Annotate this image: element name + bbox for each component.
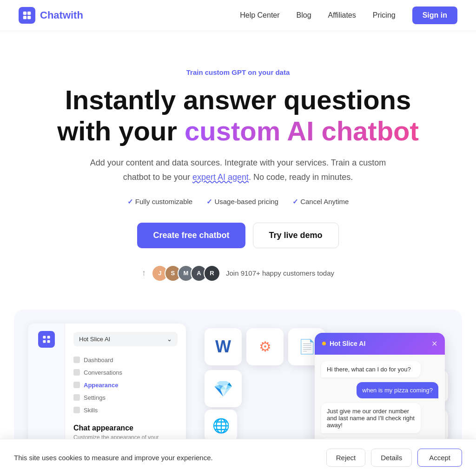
svg-rect-0 [23, 12, 26, 15]
cookie-banner: This site uses cookies to measure and im… [0, 439, 476, 476]
hero-section: Train custom GPT on your data Instantly … [0, 31, 476, 310]
dashboard-icon [73, 357, 80, 363]
brand-name: Chatwith [40, 9, 83, 21]
cookie-buttons: Reject Details Accept [326, 449, 462, 467]
settings-icon [73, 394, 80, 401]
form-section-title: Chat appearance [73, 424, 178, 432]
word-integration: W [205, 328, 242, 365]
svg-rect-5 [47, 336, 50, 338]
gemstone-icon: 💎 [213, 379, 233, 398]
nav-skills[interactable]: Skills [73, 404, 178, 416]
social-proof: ↑ J S M A R Join 9107+ happy customers t… [47, 265, 429, 282]
logo[interactable]: Chatwith [19, 7, 83, 24]
feature-pricing: Usage-based pricing [206, 198, 278, 206]
svg-rect-6 [43, 340, 46, 343]
hubspot-icon: ⚙ [259, 338, 271, 355]
chat-msg-1: Hi there, what can I do for you? [321, 361, 421, 377]
nav-links: Help Center Blog Affiliates Pricing Sign… [240, 7, 457, 24]
svg-rect-2 [23, 16, 26, 19]
nav-blog[interactable]: Blog [297, 11, 311, 20]
chatbot-name-display: Hot Slice AI [79, 336, 110, 343]
word-icon: W [215, 337, 231, 357]
avatars: J S M A R [152, 265, 220, 282]
nav-conversations[interactable]: Conversations [73, 366, 178, 379]
appearance-icon [73, 382, 80, 388]
hero-title: Instantly answer questions with your cus… [47, 85, 429, 146]
nav-dashboard[interactable]: Dashboard [73, 354, 178, 366]
cookie-details-button[interactable]: Details [371, 449, 412, 467]
nav-pricing[interactable]: Pricing [373, 11, 396, 20]
features-row: Fully customizable Usage-based pricing C… [47, 198, 429, 206]
chat-status-dot [322, 342, 326, 345]
svg-rect-7 [47, 340, 50, 343]
hero-title-line1: Instantly answer questions [65, 85, 411, 115]
pdf-icon: 📄 [298, 338, 316, 355]
skills-icon [73, 407, 80, 413]
conversations-icon [73, 369, 80, 376]
arrow-icon: ↑ [142, 268, 146, 278]
www-integration: 🌐 [205, 410, 237, 442]
expert-ai-link[interactable]: expert AI agent [192, 172, 249, 182]
globe-icon: 🌐 [212, 417, 230, 434]
cookie-text: This site uses cookies to measure and im… [14, 454, 213, 462]
svg-rect-4 [43, 336, 46, 338]
chat-close-icon[interactable]: ✕ [431, 339, 437, 348]
cookie-reject-button[interactable]: Reject [326, 449, 366, 467]
chat-header: Hot Slice AI ✕ [315, 333, 445, 355]
chat-title: Hot Slice AI [322, 340, 365, 347]
social-proof-text: Join 9107+ happy customers today [226, 269, 334, 277]
hubspot-integration: ⚙ [246, 328, 284, 365]
feature-cancel: Cancel Anytime [292, 198, 349, 206]
create-chatbot-button[interactable]: Create free chatbot [137, 223, 245, 248]
svg-rect-3 [27, 16, 31, 19]
avatar-5: R [204, 265, 220, 282]
signin-button[interactable]: Sign in [412, 7, 457, 24]
gem-integration: 💎 [205, 370, 242, 407]
feature-customizable: Fully customizable [127, 198, 193, 206]
selector-chevron: ⌄ [167, 336, 172, 343]
nav-settings[interactable]: Settings [73, 391, 178, 404]
chat-msg-2: when is my pizza coming? [357, 382, 438, 398]
navbar: Chatwith Help Center Blog Affiliates Pri… [0, 0, 476, 31]
try-demo-button[interactable]: Try live demo [253, 223, 339, 248]
hero-title-gradient: custom AI chatbot [185, 116, 419, 146]
chat-msg-3: Just give me our order number and last n… [321, 403, 421, 433]
chatbot-selector[interactable]: Hot Slice AI ⌄ [73, 332, 178, 346]
cta-row: Create free chatbot Try live demo [47, 223, 429, 248]
logo-icon [19, 7, 35, 24]
cookie-accept-button[interactable]: Accept [417, 449, 462, 467]
hero-description: Add your content and data sources. Integ… [75, 156, 401, 184]
sidebar-logo-icon [38, 331, 55, 348]
nav-affiliates[interactable]: Affiliates [328, 11, 356, 20]
hero-title-line2-plain: with your [57, 116, 185, 146]
nav-help-center[interactable]: Help Center [240, 11, 279, 20]
hero-tag: Train custom GPT on your data [47, 68, 429, 76]
nav-appearance[interactable]: Appearance [73, 379, 178, 391]
svg-rect-1 [27, 12, 31, 15]
